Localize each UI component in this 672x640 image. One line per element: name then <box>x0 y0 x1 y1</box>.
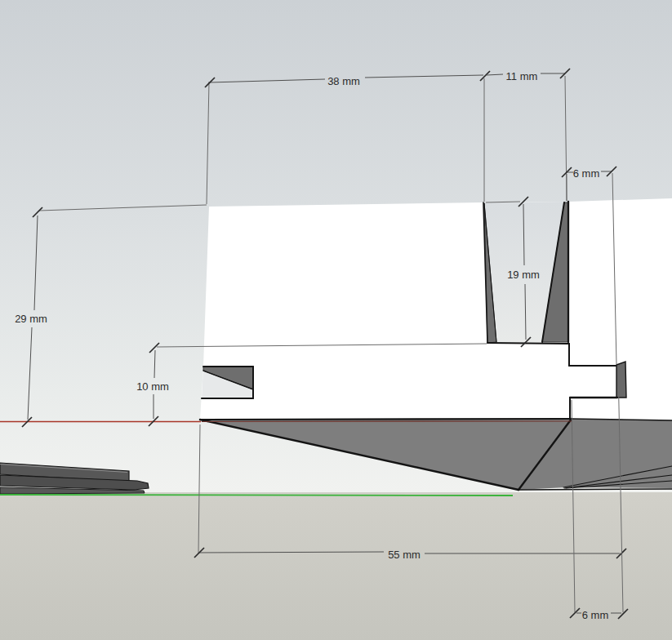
model-canvas[interactable]: 38 mm 11 mm 6 mm 19 mm 29 mm <box>0 0 672 640</box>
green-axis-line <box>0 495 513 496</box>
ground-contact-edge <box>518 489 672 490</box>
ground-plane <box>0 492 672 640</box>
left-notch[interactable] <box>202 367 253 398</box>
model-viewport[interactable]: 38 mm 11 mm 6 mm 19 mm 29 mm <box>0 0 672 640</box>
profile-bottom-edge <box>200 419 572 420</box>
dim-label-29mm[interactable]: 29 mm <box>15 313 47 325</box>
groove-bottom-edge <box>487 343 569 344</box>
dim-label-6mm-top[interactable]: 6 mm <box>573 167 600 180</box>
profile-cut-face[interactable] <box>200 198 672 420</box>
dim-label-55mm[interactable]: 55 mm <box>388 549 421 561</box>
dim-label-11mm[interactable]: 11 mm <box>506 70 538 82</box>
dim-label-19mm[interactable]: 19 mm <box>507 269 540 281</box>
dim-label-6mm-bottom[interactable]: 6 mm <box>582 609 609 621</box>
red-axis-line-hidden <box>202 421 572 422</box>
dim-label-10mm[interactable]: 10 mm <box>136 380 169 393</box>
dim-label-38mm[interactable]: 38 mm <box>327 75 360 87</box>
